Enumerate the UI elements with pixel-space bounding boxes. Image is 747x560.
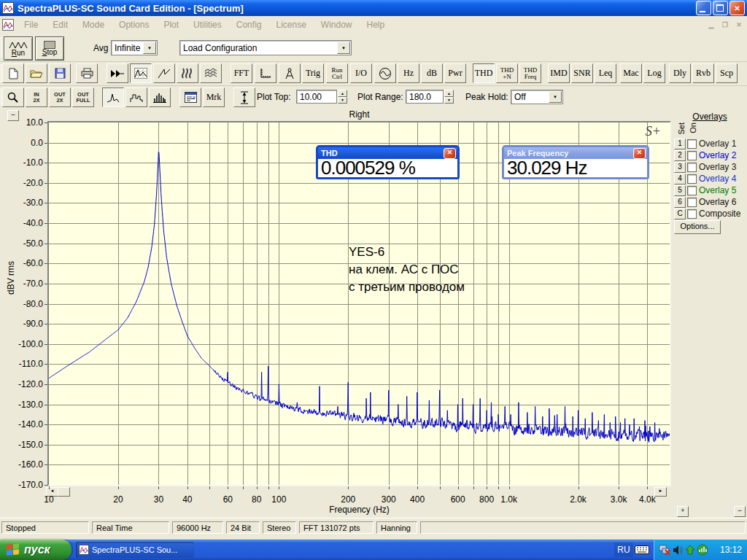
plot-top-input[interactable]: 10.00 (296, 90, 337, 104)
spin-up-icon[interactable]: ▲ (444, 90, 454, 97)
menu-item-config[interactable]: Config (229, 18, 269, 32)
mdi-minimize-icon[interactable]: ▁ (705, 20, 717, 30)
start-button[interactable]: пуск (0, 540, 71, 560)
spectrogram-view-button[interactable] (177, 63, 198, 83)
spin-down-icon[interactable]: ▼ (338, 97, 347, 104)
spectrum-view-button[interactable] (130, 63, 152, 83)
update-arrow-icon[interactable] (685, 545, 695, 556)
reverb-button[interactable]: Rvb (692, 63, 714, 83)
network-activity-icon[interactable] (697, 544, 708, 556)
calibration-button[interactable] (279, 63, 301, 83)
menu-item-mode[interactable]: Mode (75, 18, 112, 32)
step-plot-button[interactable] (125, 88, 147, 107)
network-offline-icon[interactable] (659, 544, 671, 556)
line-plot-button[interactable] (102, 88, 124, 107)
db-button[interactable]: dB (421, 63, 443, 83)
imd-button[interactable]: IMD (548, 63, 570, 83)
waveform-view-button[interactable] (153, 63, 175, 83)
keyboard-icon[interactable] (635, 544, 649, 555)
language-indicator[interactable]: RU (614, 542, 633, 557)
menu-item-utilities[interactable]: Utilities (186, 18, 229, 32)
thd-n-button[interactable]: THD +N (496, 63, 518, 83)
hz-button[interactable]: Hz (398, 63, 419, 83)
overlay-set-button-5[interactable]: 5 (674, 185, 686, 196)
overlay-options-button[interactable]: Options... (674, 220, 721, 234)
zoom-out-full-button[interactable]: OUT FULL (72, 88, 94, 107)
delay-button[interactable]: Dly (669, 63, 691, 83)
menu-item-options[interactable]: Options (112, 18, 156, 32)
plot-options-button[interactable] (179, 88, 201, 107)
overlay-on-checkbox[interactable] (687, 198, 697, 207)
io-button[interactable]: I/O (350, 63, 372, 83)
avg-select[interactable]: Infinite ▼ (111, 40, 158, 55)
thd-readout-window[interactable]: THD ✕ 0.000529 % (316, 145, 460, 179)
signal-generator-button[interactable] (374, 63, 396, 83)
collapse-button[interactable]: – (734, 506, 746, 517)
pwr-button[interactable]: Pwr (444, 63, 466, 83)
macro-button[interactable]: Mac (620, 63, 642, 83)
save-button[interactable] (49, 63, 71, 83)
mdi-restore-icon[interactable]: ❐ (719, 20, 731, 30)
menu-item-edit[interactable]: Edit (45, 18, 75, 32)
overlay-set-button-1[interactable]: 1 (674, 139, 686, 149)
fast-forward-button[interactable] (107, 63, 128, 83)
range-button[interactable] (233, 88, 255, 107)
spin-up-icon[interactable]: ▲ (338, 90, 347, 97)
avg-dropdown-arrow[interactable]: ▼ (143, 42, 156, 54)
overlay-on-checkbox[interactable] (687, 163, 697, 172)
overlay-on-checkbox[interactable] (687, 209, 697, 219)
leq-button[interactable]: Leq (595, 63, 616, 83)
stop-button[interactable]: Stop (35, 36, 64, 61)
thd-button[interactable]: THD (473, 63, 495, 83)
run-button[interactable]: Run (4, 36, 33, 61)
restore-button[interactable] (713, 1, 728, 15)
menu-item-help[interactable]: Help (360, 18, 392, 32)
menu-item-license[interactable]: License (268, 18, 313, 32)
peak-hold-dropdown-arrow[interactable]: ▼ (549, 91, 562, 103)
new-file-button[interactable] (2, 63, 24, 83)
volume-icon[interactable] (673, 545, 684, 556)
thd-freq-button[interactable]: THD Freq (519, 63, 541, 83)
surface-view-button[interactable] (200, 63, 222, 83)
config-dropdown-arrow[interactable]: ▼ (337, 42, 350, 54)
peak-frequency-readout-window[interactable]: Peak Frequency ✕ 30.029 Hz (502, 145, 649, 179)
close-button[interactable]: ✕ (729, 1, 745, 15)
plot-range-spinner[interactable]: ▲ ▼ (444, 90, 454, 104)
trigger-button[interactable]: Trig (302, 63, 324, 83)
overlay-on-checkbox[interactable] (687, 139, 697, 149)
zoom-button[interactable] (2, 88, 24, 107)
snr-button[interactable]: SNR (571, 63, 593, 83)
peak-hold-select[interactable]: Off ▼ (511, 90, 563, 104)
close-icon[interactable]: ✕ (633, 148, 646, 159)
overlay-set-button-4[interactable]: 4 (674, 174, 686, 184)
zoom-in-2x-button[interactable]: IN 2X (26, 88, 47, 107)
open-file-button[interactable] (26, 63, 47, 83)
spin-down-icon[interactable]: ▼ (444, 97, 454, 104)
overlay-set-button-2[interactable]: 2 (674, 150, 686, 161)
overlay-on-checkbox[interactable] (687, 174, 697, 184)
zoom-out-2x-button[interactable]: OUT 2X (49, 88, 71, 107)
print-button[interactable] (76, 63, 98, 83)
mdi-close-icon[interactable]: ✕ (733, 20, 745, 30)
overlay-on-checkbox[interactable] (687, 186, 697, 195)
plot-top-spinner[interactable]: ▲ ▼ (338, 90, 347, 104)
bar-plot-button[interactable] (149, 88, 171, 107)
expand-button[interactable]: + (677, 506, 689, 517)
minimize-button[interactable] (696, 1, 711, 15)
scope-button[interactable]: Scp (716, 63, 738, 83)
load-configuration-select[interactable]: Load Configuration ▼ (179, 40, 352, 55)
overlay-set-button-3[interactable]: 3 (674, 162, 686, 173)
fft-settings-button[interactable]: FFT (231, 63, 252, 83)
menu-item-file[interactable]: File (17, 18, 45, 32)
menu-item-window[interactable]: Window (314, 18, 360, 32)
taskbar-app-button[interactable]: SpectraPLUS-SC Sou... (76, 542, 194, 558)
run-control-button[interactable]: Run Ctrl (326, 63, 348, 83)
scaling-button[interactable] (255, 63, 276, 83)
menu-item-plot[interactable]: Plot (156, 18, 186, 32)
marker-button[interactable]: Mrk (203, 88, 225, 107)
overlay-set-button-C[interactable]: C (674, 209, 686, 219)
close-icon[interactable]: ✕ (444, 148, 456, 159)
overlay-on-checkbox[interactable] (687, 151, 697, 160)
overlay-set-button-6[interactable]: 6 (674, 197, 686, 208)
plot-range-input[interactable]: 180.0 (406, 90, 444, 104)
